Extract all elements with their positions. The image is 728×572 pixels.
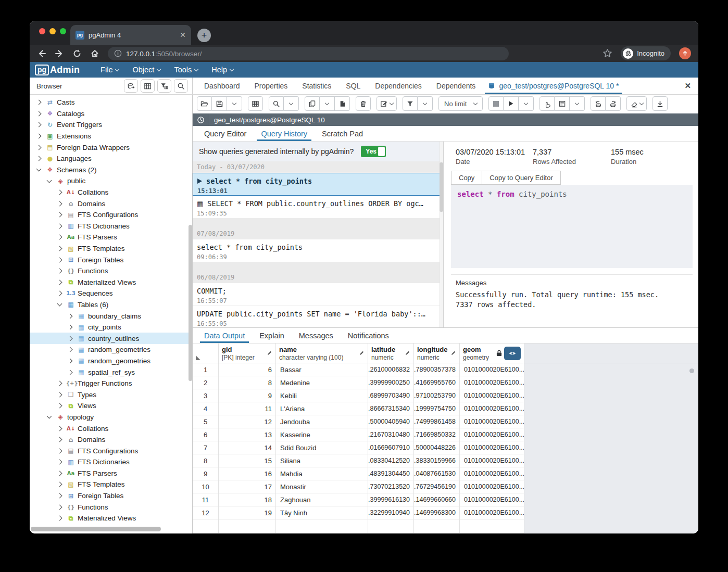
chevron-expanded-icon[interactable] bbox=[36, 167, 42, 172]
column-header-gid[interactable]: gid[PK] integer bbox=[219, 344, 276, 363]
empty-cell[interactable] bbox=[460, 519, 524, 533]
geom-cell[interactable]: 0101000020E6100... bbox=[460, 467, 524, 480]
execute-query-button[interactable] bbox=[504, 96, 519, 111]
name-cell[interactable]: Sdid Bouzid bbox=[276, 441, 368, 454]
chevron-collapsed-icon[interactable] bbox=[57, 426, 62, 431]
column-header-longitude[interactable]: longitudenumeric bbox=[414, 344, 460, 363]
column-header-name[interactable]: namecharacter varying (100) bbox=[276, 344, 368, 363]
gid-cell[interactable]: 17 bbox=[219, 480, 276, 493]
tree-item-city-points[interactable]: ▦city_points bbox=[30, 322, 192, 333]
download-csv-button[interactable] bbox=[652, 96, 668, 111]
tree-item-country-outlines[interactable]: ▦country_outlines bbox=[30, 333, 192, 344]
save-file-button[interactable] bbox=[212, 96, 227, 111]
menu-file[interactable]: File bbox=[101, 66, 119, 74]
chevron-collapsed-icon[interactable] bbox=[57, 269, 62, 274]
tree-item-fts-configurations[interactable]: ▤FTS Configurations bbox=[30, 209, 192, 221]
name-cell[interactable]: Bassar bbox=[276, 363, 368, 376]
explain-button[interactable] bbox=[539, 96, 555, 111]
geom-cell[interactable]: 0101000020E6100... bbox=[460, 493, 524, 506]
chevron-collapsed-icon[interactable] bbox=[57, 460, 62, 465]
latitude-cell[interactable]: .68999703490 bbox=[368, 389, 414, 402]
tree-item-trigger-functions[interactable]: {+}Trigger Functions bbox=[30, 378, 192, 389]
tree-item-functions[interactable]: {}Functions bbox=[30, 501, 192, 513]
name-cell[interactable]: Monastir bbox=[276, 480, 368, 493]
latitude-cell[interactable]: .08330412520 bbox=[368, 454, 414, 467]
longitude-cell[interactable]: 0.78900357378 bbox=[414, 363, 460, 376]
tree-item-fts-parsers[interactable]: AaFTS Parsers bbox=[30, 468, 192, 479]
gid-cell[interactable]: 14 bbox=[219, 441, 276, 454]
latitude-cell[interactable]: .39999616130 bbox=[368, 493, 414, 506]
column-header-geom[interactable]: geomgeometry bbox=[460, 344, 524, 363]
tree-item-topology[interactable]: ◈topology bbox=[30, 412, 192, 423]
chevron-collapsed-icon[interactable] bbox=[57, 257, 62, 262]
browser-tab[interactable]: pg pgAdmin 4 ✕ bbox=[70, 25, 191, 45]
maximize-window-button[interactable] bbox=[60, 28, 66, 34]
chevron-collapsed-icon[interactable] bbox=[57, 392, 62, 397]
chevron-collapsed-icon[interactable] bbox=[57, 279, 62, 285]
geom-cell[interactable]: 0101000020E6100... bbox=[460, 415, 524, 428]
gid-cell[interactable]: 15 bbox=[219, 454, 276, 467]
chevron-collapsed-icon[interactable] bbox=[57, 381, 62, 386]
refresh-tree-button[interactable] bbox=[124, 79, 138, 93]
name-cell[interactable]: Mahdia bbox=[276, 467, 368, 480]
chevron-collapsed-icon[interactable] bbox=[57, 471, 62, 476]
tab-data-output[interactable]: Data Output bbox=[197, 328, 252, 343]
latitude-cell[interactable]: .01669607910 bbox=[368, 441, 414, 454]
longitude-cell[interactable]: 8.97100253790 bbox=[414, 389, 460, 402]
tab-scratch-pad[interactable]: Scratch Pad bbox=[315, 126, 370, 141]
chevron-collapsed-icon[interactable] bbox=[57, 504, 62, 510]
filtered-rows-button[interactable] bbox=[157, 79, 171, 93]
longitude-cell[interactable]: 9.50000448226 bbox=[414, 441, 460, 454]
name-cell[interactable]: Jendouba bbox=[276, 415, 368, 428]
save-dropdown-button[interactable] bbox=[227, 96, 242, 111]
tree-item-foreign-tables[interactable]: ⊞Foreign Tables bbox=[30, 490, 192, 502]
geom-cell[interactable]: 0101000020E6100... bbox=[460, 402, 524, 415]
name-cell[interactable]: Siliana bbox=[276, 454, 368, 467]
tab-statistics[interactable]: Statistics bbox=[295, 78, 338, 94]
row-limit-select[interactable]: No limit bbox=[438, 96, 483, 111]
tab-dependencies[interactable]: Dependencies bbox=[368, 78, 429, 94]
latitude-cell[interactable]: .32299910940 bbox=[368, 506, 414, 519]
search-objects-button[interactable] bbox=[174, 79, 188, 93]
copy-button[interactable] bbox=[305, 96, 320, 111]
latitude-cell[interactable]: .48391304450 bbox=[368, 467, 414, 480]
longitude-cell[interactable]: 1.04087661530 bbox=[414, 467, 460, 480]
row-number-cell[interactable]: 5 bbox=[193, 415, 219, 428]
tree-item-materialized-views[interactable]: ⧉Materialized Views bbox=[30, 513, 192, 524]
chevron-collapsed-icon[interactable] bbox=[57, 493, 62, 499]
chevron-collapsed-icon[interactable] bbox=[36, 156, 42, 161]
tab-query-tool-connection[interactable]: geo_test/postgres@PostgreSQL 10 * bbox=[483, 78, 624, 94]
edit-grid-button[interactable] bbox=[248, 96, 263, 111]
bookmark-star-icon[interactable] bbox=[603, 48, 612, 58]
rollback-button[interactable] bbox=[606, 96, 621, 111]
tree-item-types[interactable]: ❏Types bbox=[30, 389, 192, 400]
cancel-query-button[interactable] bbox=[488, 96, 504, 111]
geom-cell[interactable]: 0101000020E6100... bbox=[460, 389, 524, 402]
view-data-button[interactable] bbox=[141, 79, 155, 93]
select-all-corner[interactable] bbox=[193, 344, 219, 363]
gid-cell[interactable]: 12 bbox=[219, 415, 276, 428]
chevron-collapsed-icon[interactable] bbox=[36, 100, 42, 105]
tab-dependents[interactable]: Dependents bbox=[429, 78, 483, 94]
longitude-cell[interactable]: 0.41669955760 bbox=[414, 376, 460, 389]
gid-cell[interactable]: 6 bbox=[219, 363, 276, 376]
row-number-cell[interactable]: 12 bbox=[193, 506, 219, 519]
history-item[interactable]: select * from city_points09:06:39 bbox=[193, 239, 443, 262]
edit-pencil-icon[interactable] bbox=[359, 350, 365, 356]
row-number-cell[interactable]: 7 bbox=[193, 441, 219, 454]
menu-object[interactable]: Object bbox=[132, 66, 160, 74]
history-item[interactable]: COMMIT;16:55:07 bbox=[193, 283, 443, 306]
tab-query-editor[interactable]: Query Editor bbox=[197, 126, 254, 141]
chevron-collapsed-icon[interactable] bbox=[57, 482, 62, 487]
chevron-collapsed-icon[interactable] bbox=[57, 223, 62, 228]
chevron-collapsed-icon[interactable] bbox=[68, 347, 73, 352]
edit-pencil-icon[interactable] bbox=[405, 350, 410, 356]
geom-cell[interactable]: 0101000020E6100... bbox=[460, 480, 524, 493]
tree-item-materialized-views[interactable]: ⧉Materialized Views bbox=[30, 277, 192, 288]
geom-cell[interactable]: 0101000020E6100... bbox=[460, 454, 524, 467]
view-geometry-button[interactable] bbox=[504, 347, 521, 360]
chevron-collapsed-icon[interactable] bbox=[36, 134, 42, 139]
latitude-cell[interactable]: .26100006832 bbox=[368, 363, 414, 376]
empty-cell[interactable] bbox=[219, 519, 276, 533]
copy-dropdown-button[interactable] bbox=[320, 96, 335, 111]
